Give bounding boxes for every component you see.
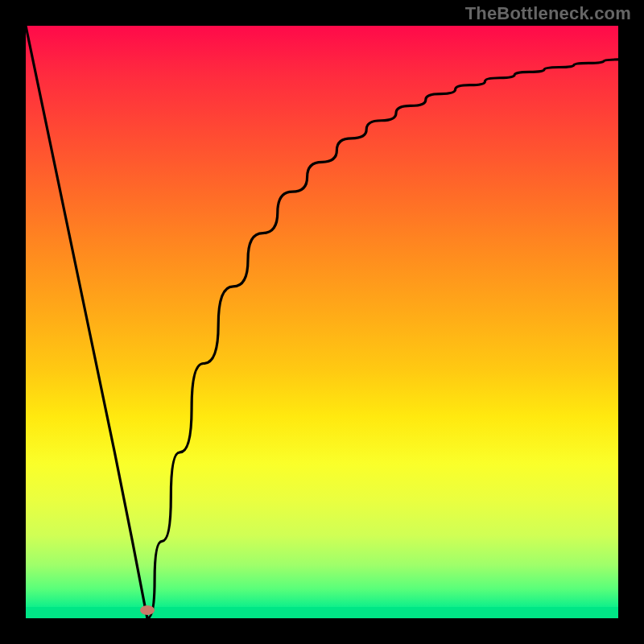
bottleneck-curve xyxy=(26,26,618,618)
watermark-text: TheBottleneck.com xyxy=(465,3,631,24)
chart-frame: TheBottleneck.com xyxy=(0,0,644,644)
plot-area xyxy=(26,26,618,618)
minimum-marker xyxy=(140,605,155,615)
curve-path xyxy=(26,26,618,618)
